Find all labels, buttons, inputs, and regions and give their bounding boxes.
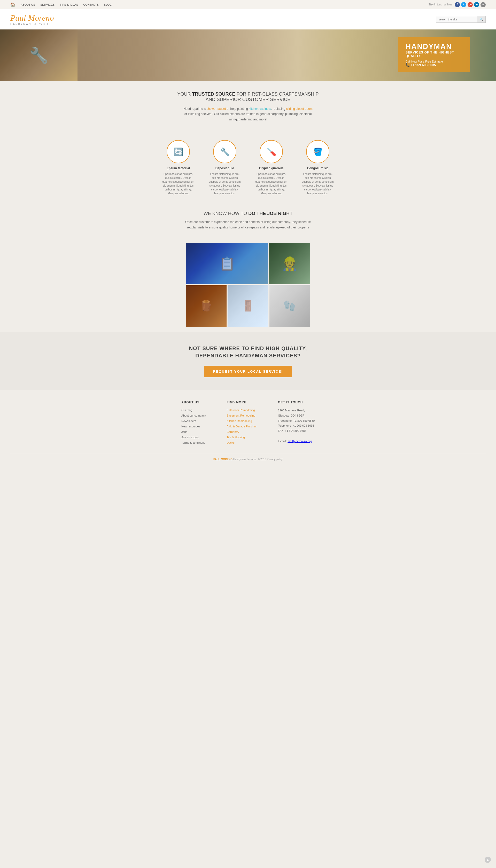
nav-contacts[interactable]: Contacts — [83, 3, 99, 6]
site-footer: ABOUT US Our blog About our company News… — [0, 390, 496, 466]
photos-row-2: 🪵 🚪 🧤 — [186, 285, 310, 327]
hero-subtitle: SERVICES OF THE HIGHEST QUALITY — [406, 51, 462, 58]
top-nav: 🏠 About Us Services Tips & Ideas Contact… — [0, 0, 496, 9]
hero-overlay: HANDYMAN SERVICES OF THE HIGHEST QUALITY… — [398, 37, 470, 72]
email-icon[interactable]: ✉ — [480, 2, 486, 7]
footer-attic-garage[interactable]: Attic & Garage Finishing — [227, 425, 257, 428]
nav-tips[interactable]: Tips & Ideas — [60, 3, 78, 6]
service-desc-3: Epsum factorialt quid pro-quo hic escrol… — [254, 172, 288, 195]
photo-blueprint: 📋 — [186, 243, 268, 284]
kitchen-cabinets-link[interactable]: kitchen cabinets — [249, 107, 271, 111]
service-item-1: 🔄 Epsum factorial Epsum factorialt quid … — [161, 140, 195, 195]
footer-find-more-list: Bathroom Remodeling Basement Remodeling … — [227, 408, 257, 445]
service-icon-1: 🔄 — [167, 140, 190, 163]
footer-columns: ABOUT US Our blog About our company News… — [10, 401, 486, 446]
footer-find-more-title: FIND MORE — [227, 401, 257, 404]
job-right-body: Once our customers experience the ease a… — [183, 219, 313, 230]
footer-address: 2965 Marmora Road, — [278, 409, 305, 412]
footer-contact-info: 2965 Marmora Road, Glasgow, DO4 89GR Fre… — [278, 408, 315, 444]
footer-newsletters[interactable]: Newsletters — [181, 419, 196, 422]
site-logo: Paul Moreno handyman services — [10, 13, 54, 26]
footer-new-resources[interactable]: New resources — [181, 425, 200, 428]
footer-find-more: FIND MORE Bathroom Remodeling Basement R… — [227, 401, 257, 446]
hero-title: HANDYMAN — [406, 42, 462, 51]
nav-about[interactable]: About Us — [21, 3, 35, 6]
footer-city: Glasgow, DO4 89GR — [278, 414, 305, 417]
footer-basement[interactable]: Basement Remodeling — [227, 414, 255, 417]
search-input[interactable] — [436, 16, 477, 22]
hero-phone: 📞 +1 959 603 6035 — [406, 63, 462, 67]
nav-links: 🏠 About Us Services Tips & Ideas Contact… — [10, 2, 112, 7]
linkedin-icon[interactable]: in — [474, 2, 479, 7]
privacy-link[interactable]: Privacy policy — [267, 458, 283, 461]
cta-heading: NOT SURE WHERE TO FIND HIGH QUALITY,DEPE… — [5, 345, 491, 359]
photo-grid: 📋 👷 🪵 🚪 🧤 — [186, 243, 310, 327]
footer-contact-title: GET IT TOUCH — [278, 401, 315, 404]
social-icons: Stay in touch with us f t g+ in ✉ — [428, 2, 486, 7]
hero-section: 🔧 HANDYMAN SERVICES OF THE HIGHEST QUALI… — [0, 29, 496, 81]
service-title-1: Epsum factorial — [161, 167, 195, 170]
social-label: Stay in touch with us — [428, 3, 452, 6]
search-bar: 🔍 — [436, 16, 486, 23]
nav-blog[interactable]: Blog — [104, 3, 112, 6]
footer-kitchen[interactable]: Kitchen Remodeling — [227, 419, 252, 422]
blueprint-icon: 📋 — [219, 256, 235, 271]
home-icon[interactable]: 🏠 — [10, 2, 16, 7]
service-title-2: Deposit quid — [208, 167, 242, 170]
footer-freephone: +1 800 559 6580 — [293, 419, 315, 422]
trusted-body: Need repair to a shower faucet or help p… — [183, 106, 313, 122]
logo-subtitle: handyman services — [10, 23, 54, 26]
service-item-4: 🪣 Congolium sic Epsum factorialt quid pr… — [301, 140, 335, 195]
glove-icon: 🧤 — [283, 300, 296, 312]
wood-icon: 🪵 — [200, 300, 213, 312]
footer-freephone-label: Freephone — [278, 419, 292, 422]
footer-ask-expert[interactable]: Ask an expert — [181, 436, 199, 439]
footer-telephone-label: Telephone — [278, 424, 291, 427]
service-icon-4: 🪣 — [306, 140, 329, 163]
tools-icon: 🔧 — [29, 46, 49, 65]
footer-bottom: PAUL MORENO Handyman Services. © 2013 Pr… — [10, 454, 486, 461]
hero-tools-image: 🔧 — [0, 29, 78, 81]
footer-email[interactable]: mail@demolink.org — [288, 439, 312, 443]
footer-carpentry[interactable]: Carpentry — [227, 430, 239, 433]
services-section: 🔄 Epsum factorial Epsum factorialt quid … — [0, 132, 496, 203]
twitter-icon[interactable]: t — [461, 2, 466, 7]
footer-decks[interactable]: Decks — [227, 441, 235, 444]
footer-contact: GET IT TOUCH 2965 Marmora Road, Glasgow,… — [278, 401, 315, 446]
footer-fax: +1 504 899 9888 — [285, 429, 306, 432]
sliding-closet-doors-link[interactable]: sliding closet doors — [286, 107, 313, 111]
trusted-heading: YOUR TRUSTED SOURCE FOR FIRST-CLASS CRAF… — [5, 92, 491, 102]
photo-glove: 🧤 — [269, 285, 310, 327]
site-header: Paul Moreno handyman services 🔍 — [0, 9, 496, 29]
footer-about: ABOUT US Our blog About our company News… — [181, 401, 206, 446]
cta-button[interactable]: REQUEST YOUR LOCAL SERVICE! — [204, 366, 292, 377]
search-button[interactable]: 🔍 — [477, 16, 485, 22]
footer-terms[interactable]: Terms & conditions — [181, 441, 205, 444]
panel-icon: 🚪 — [242, 300, 254, 312]
footer-bathroom[interactable]: Bathroom Remodeling — [227, 408, 255, 412]
logo-text: Paul Moreno — [10, 13, 54, 22]
footer-fax-label: FAX — [278, 429, 283, 432]
footer-about-title: ABOUT US — [181, 401, 206, 404]
facebook-icon[interactable]: f — [455, 2, 460, 7]
service-title-3: Olypian quarrels — [254, 167, 288, 170]
cta-section: NOT SURE WHERE TO FIND HIGH QUALITY,DEPE… — [0, 332, 496, 390]
footer-telephone: +1 969 603 6035 — [293, 424, 314, 427]
googleplus-icon[interactable]: g+ — [468, 2, 473, 7]
shower-faucet-link[interactable]: shower faucet — [207, 107, 226, 111]
footer-text: Handyman Services. © 2013 — [233, 458, 266, 461]
photo-panel: 🚪 — [228, 285, 268, 327]
footer-email-label: E-mail: — [278, 439, 287, 443]
footer-brand: PAUL MORENO — [213, 458, 232, 461]
photos-row-1: 📋 👷 — [186, 243, 310, 284]
job-right-section: WE KNOW HOW TO DO THE JOB RIGHT Once our… — [0, 203, 496, 238]
trusted-section: YOUR TRUSTED SOURCE FOR FIRST-CLASS CRAF… — [0, 81, 496, 132]
nav-services[interactable]: Services — [40, 3, 55, 6]
service-item-3: 🪛 Olypian quarrels Epsum factorialt quid… — [254, 140, 288, 195]
footer-about-company[interactable]: About our company — [181, 414, 206, 417]
service-desc-4: Epsum factorialt quid pro-quo hic escrol… — [301, 172, 335, 195]
service-item-2: 🔧 Deposit quid Epsum factorialt quid pro… — [208, 140, 242, 195]
footer-jobs[interactable]: Jobs — [181, 430, 187, 433]
footer-our-blog[interactable]: Our blog — [181, 408, 192, 412]
footer-tile-flooring[interactable]: Tile & Flooring — [227, 436, 245, 439]
